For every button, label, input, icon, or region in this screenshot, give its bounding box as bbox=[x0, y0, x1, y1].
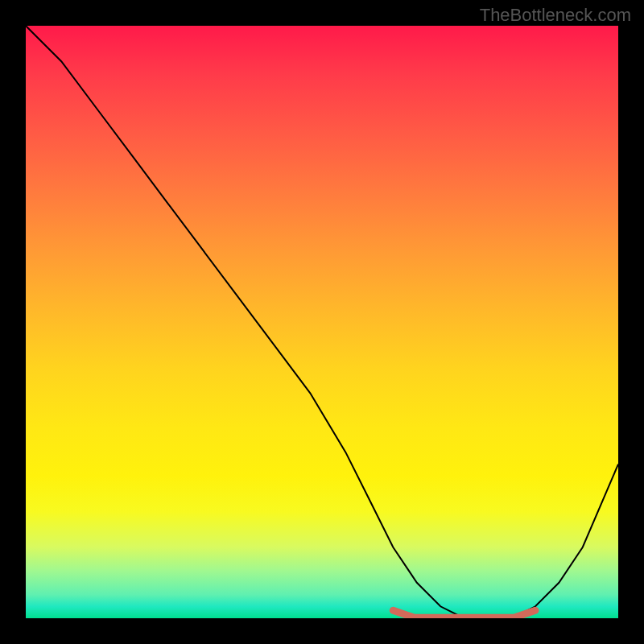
watermark-text: TheBottleneck.com bbox=[480, 5, 631, 26]
chart-plot-area bbox=[26, 26, 618, 618]
bottleneck-curve-line bbox=[26, 26, 618, 618]
sweet-spot-highlight bbox=[393, 610, 535, 617]
chart-svg bbox=[26, 26, 618, 618]
